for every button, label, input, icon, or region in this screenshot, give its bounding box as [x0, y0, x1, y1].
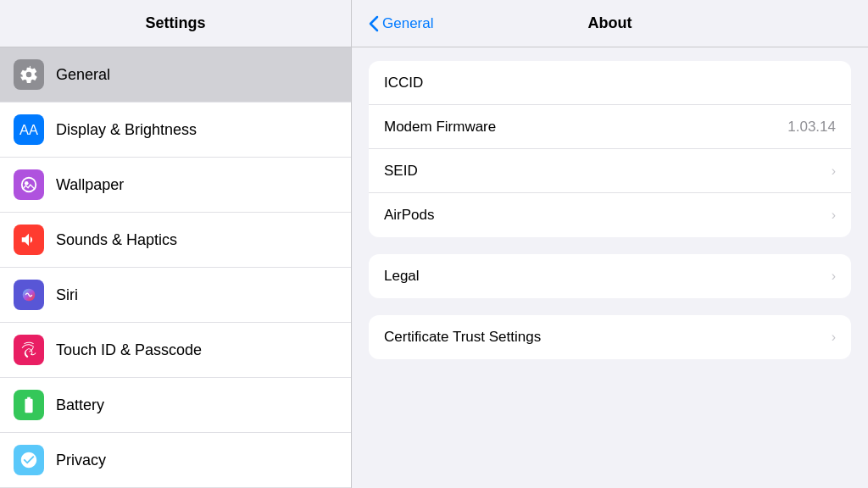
about-row-0-1: Modem Firmware1.03.14	[369, 105, 851, 149]
back-label: General	[382, 15, 433, 32]
siri-icon	[14, 280, 44, 310]
sidebar-item-label-wallpaper: Wallpaper	[56, 176, 124, 194]
about-row-1-0[interactable]: Legal›	[369, 254, 851, 298]
gear-icon	[14, 59, 44, 90]
sidebar-item-label-siri: Siri	[56, 286, 78, 304]
battery-icon	[14, 390, 44, 420]
about-row-0-3[interactable]: AirPods›	[369, 193, 851, 237]
chevron-right-icon: ›	[832, 164, 836, 179]
settings-title: Settings	[0, 0, 351, 47]
about-card-2: Certificate Trust Settings›	[369, 315, 851, 359]
row-label-1-0: Legal	[384, 268, 420, 285]
row-value-2-0: ›	[832, 330, 836, 345]
about-card-1: Legal›	[369, 254, 851, 298]
sidebar-item-label-display: Display & Brightness	[56, 121, 197, 139]
sidebar-item-touchid[interactable]: Touch ID & Passcode	[0, 323, 351, 378]
settings-list: GeneralAADisplay & BrightnessWallpaperSo…	[0, 47, 351, 488]
sidebar-item-display[interactable]: AADisplay & Brightness	[0, 103, 351, 158]
sidebar-item-label-sounds: Sounds & Haptics	[56, 231, 177, 249]
row-value-0-2: ›	[832, 164, 836, 179]
sidebar-item-sounds[interactable]: Sounds & Haptics	[0, 213, 351, 268]
sidebar-item-label-general: General	[56, 66, 110, 84]
svg-text:AA: AA	[19, 122, 38, 137]
row-value-1-0: ›	[832, 269, 836, 284]
settings-sidebar: Settings GeneralAADisplay & BrightnessWa…	[0, 0, 352, 488]
svg-point-2	[25, 181, 29, 186]
about-row-0-0: ICCID	[369, 61, 851, 105]
row-value-text-0-1: 1.03.14	[787, 119, 836, 136]
right-panel: General About ICCIDModem Firmware1.03.14…	[352, 0, 868, 488]
chevron-right-icon: ›	[832, 330, 836, 345]
sidebar-item-battery[interactable]: Battery	[0, 378, 351, 433]
back-button[interactable]: General	[369, 15, 433, 32]
chevron-right-icon: ›	[832, 208, 836, 223]
display-icon: AA	[14, 114, 44, 145]
sidebar-item-label-touchid: Touch ID & Passcode	[56, 341, 202, 359]
fingerprint-icon	[14, 335, 44, 365]
row-value-0-3: ›	[832, 208, 836, 223]
sidebar-item-siri[interactable]: Siri	[0, 268, 351, 323]
chevron-right-icon: ›	[832, 269, 836, 284]
row-label-0-2: SEID	[384, 163, 418, 180]
row-label-0-3: AirPods	[384, 207, 435, 224]
row-label-0-1: Modem Firmware	[384, 119, 496, 136]
about-content: ICCIDModem Firmware1.03.14SEID›AirPods›L…	[352, 47, 868, 488]
sidebar-item-label-privacy: Privacy	[56, 452, 106, 469]
wallpaper-icon	[14, 169, 44, 200]
right-header: General About	[352, 0, 868, 47]
sidebar-item-privacy[interactable]: Privacy	[0, 433, 351, 488]
about-row-0-2[interactable]: SEID›	[369, 149, 851, 193]
privacy-icon	[14, 445, 44, 475]
about-card-0: ICCIDModem Firmware1.03.14SEID›AirPods›	[369, 61, 851, 237]
sidebar-item-wallpaper[interactable]: Wallpaper	[0, 158, 351, 213]
about-row-2-0[interactable]: Certificate Trust Settings›	[369, 315, 851, 359]
page-title: About	[588, 14, 632, 32]
svg-point-1	[22, 178, 36, 192]
row-label-0-0: ICCID	[384, 75, 423, 92]
row-value-0-1: 1.03.14	[787, 119, 836, 136]
sounds-icon	[14, 225, 44, 255]
sidebar-item-general[interactable]: General	[0, 47, 351, 103]
back-chevron-icon	[369, 15, 379, 32]
row-label-2-0: Certificate Trust Settings	[384, 329, 541, 346]
sidebar-item-label-battery: Battery	[56, 396, 104, 414]
